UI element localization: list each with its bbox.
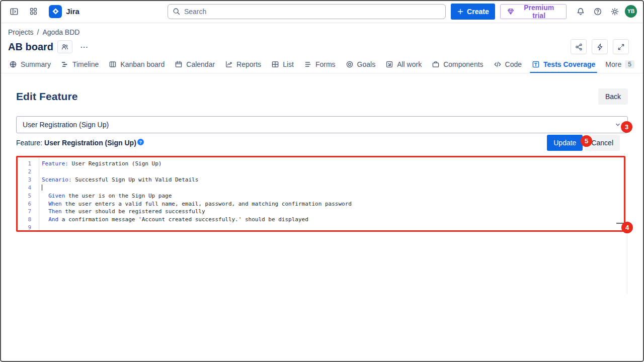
code-line[interactable]: 3Scenario: Successful Sign Up with Valid…: [18, 176, 624, 184]
search-icon: [172, 7, 181, 16]
annotation-badge-4: 4: [621, 222, 633, 233]
tab-list[interactable]: List: [267, 57, 298, 73]
project-header: Projects / Agoda BDD AB board ⋯: [0, 23, 644, 54]
gherkin-keyword: Then: [42, 208, 62, 215]
tab-code[interactable]: Code: [490, 57, 526, 73]
update-button[interactable]: Update: [547, 135, 583, 151]
feature-help-icon[interactable]: ?: [137, 139, 144, 145]
list-icon: [271, 60, 279, 68]
line-number: 9: [18, 224, 39, 232]
ellipsis-icon: ⋯: [80, 42, 88, 52]
bell-icon: [576, 7, 585, 16]
gutter-separator: [39, 157, 39, 230]
code-line[interactable]: 9: [18, 224, 624, 232]
tab-components[interactable]: Components: [428, 57, 487, 73]
board-more-button[interactable]: ⋯: [76, 40, 92, 53]
jira-logo-icon: [49, 5, 62, 18]
line-content: [39, 184, 42, 192]
chevron-down-icon: [614, 121, 621, 128]
tab-label: Reports: [236, 60, 261, 68]
automation-button[interactable]: [592, 39, 608, 54]
code-line[interactable]: 4: [18, 184, 624, 192]
settings-button[interactable]: [608, 4, 622, 19]
help-button[interactable]: [591, 4, 605, 19]
jira-brand[interactable]: Jira: [49, 5, 79, 18]
project-tabs: SummaryTimelineKanban boardCalendarRepor…: [0, 54, 644, 73]
gherkin-keyword: Scenario:: [42, 176, 72, 183]
tab-summary[interactable]: Summary: [5, 57, 55, 73]
breadcrumb-project-link[interactable]: Agoda BDD: [42, 28, 79, 36]
code-line[interactable]: 7 Then the user should be registered suc…: [18, 208, 624, 216]
feature-select-dropdown[interactable]: User Registration (Sign Up): [16, 116, 628, 133]
code-line[interactable]: 8 And a confirmation message 'Account cr…: [18, 216, 624, 224]
tab-label: More: [605, 60, 621, 68]
board-title-row: AB board ⋯: [8, 39, 636, 54]
tab-label: Forms: [315, 60, 336, 68]
tab-forms[interactable]: Forms: [300, 57, 340, 73]
gherkin-editor[interactable]: 1Feature: User Registration (Sign Up)23S…: [16, 156, 625, 232]
expand-sidebar-button[interactable]: [7, 4, 22, 19]
components-icon: [432, 60, 440, 68]
code-line[interactable]: 1Feature: User Registration (Sign Up): [18, 160, 624, 168]
line-number: 5: [18, 192, 39, 200]
breadcrumb-projects-link[interactable]: Projects: [8, 28, 34, 36]
tab-label: All work: [397, 60, 422, 68]
tab-tests-coverage[interactable]: Tests Coverage: [528, 57, 599, 73]
feature-header-row: Feature: User Registration (Sign Up)? Up…: [16, 134, 628, 151]
tab-all-work[interactable]: All work: [381, 57, 426, 73]
share-button[interactable]: [571, 39, 587, 54]
back-button[interactable]: Back: [598, 88, 628, 105]
gherkin-keyword: Feature:: [42, 160, 68, 167]
tab-reports[interactable]: Reports: [221, 57, 265, 73]
line-number: 1: [18, 160, 39, 168]
line-number: 7: [18, 208, 39, 216]
tab-label: Calendar: [186, 60, 215, 68]
line-number: 2: [18, 168, 39, 176]
line-number: 8: [18, 216, 39, 224]
premium-trial-button[interactable]: Premium trial: [500, 4, 567, 19]
code-line[interactable]: 2: [18, 168, 624, 176]
plus-icon: [457, 8, 464, 15]
line-content: Feature: User Registration (Sign Up): [39, 160, 162, 168]
annotation-badge-3: 3: [621, 121, 632, 133]
help-circle-icon: [593, 7, 602, 16]
code-icon: [494, 60, 502, 68]
gherkin-keyword: When: [42, 201, 62, 207]
user-avatar[interactable]: YB: [625, 5, 637, 18]
fullscreen-button[interactable]: [613, 39, 629, 54]
notifications-button[interactable]: [574, 4, 588, 19]
board-actions: [571, 39, 636, 54]
feature-label: Feature: User Registration (Sign Up)?: [16, 139, 144, 147]
gherkin-keyword: And: [42, 216, 58, 223]
create-button[interactable]: Create: [451, 4, 495, 20]
code-line[interactable]: 5 Given the user is on the Sign Up page: [18, 192, 624, 200]
code-area[interactable]: 1Feature: User Registration (Sign Up)23S…: [18, 157, 624, 232]
board-members-button[interactable]: [57, 40, 72, 53]
tab-count-badge: 5: [625, 60, 634, 68]
tab-more[interactable]: More5: [601, 57, 638, 73]
tab-kanban-board[interactable]: Kanban board: [105, 57, 169, 73]
globe-icon: [9, 60, 17, 68]
search-input[interactable]: [168, 4, 446, 19]
line-number: 3: [18, 176, 39, 184]
create-button-label: Create: [467, 8, 489, 16]
tab-goals[interactable]: Goals: [342, 57, 380, 73]
line-number: 4: [18, 184, 39, 192]
breadcrumb: Projects / Agoda BDD: [8, 28, 636, 36]
tab-add[interactable]: [640, 57, 644, 73]
feature-select-value: User Registration (Sign Up): [23, 121, 109, 129]
top-navigation-bar: Jira Create Premium trial: [0, 0, 644, 23]
tab-timeline[interactable]: Timeline: [57, 57, 103, 73]
forms-icon: [304, 60, 312, 68]
tab-calendar[interactable]: Calendar: [171, 57, 219, 73]
goals-icon: [346, 60, 354, 68]
tab-label: Code: [505, 60, 522, 68]
app-grid-icon: [29, 7, 38, 16]
code-line[interactable]: 6 When the user enters a valid full name…: [18, 200, 624, 208]
app-title: Jira: [66, 7, 79, 16]
expand-icon: [617, 43, 625, 51]
share-icon: [575, 43, 583, 51]
line-content: When the user enters a valid full name, …: [39, 200, 352, 208]
app-switcher-button[interactable]: [27, 4, 41, 19]
timeline-icon: [61, 60, 69, 68]
